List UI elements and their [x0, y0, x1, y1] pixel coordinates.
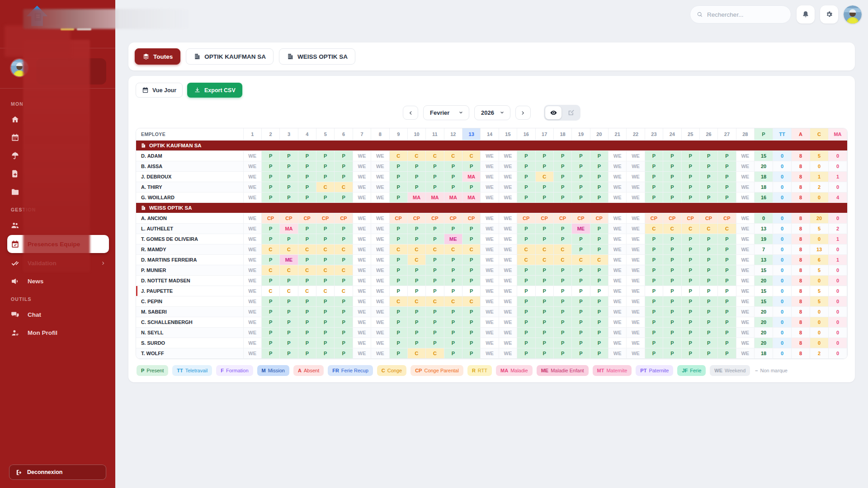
day-cell[interactable]: P [553, 223, 571, 234]
day-cell[interactable]: P [407, 338, 425, 348]
day-cell[interactable]: WE [609, 317, 627, 327]
day-cell[interactable]: P [553, 161, 571, 171]
day-cell[interactable]: P [389, 254, 407, 265]
day-cell[interactable]: P [316, 338, 335, 348]
day-cell[interactable]: C [535, 254, 553, 265]
day-cell[interactable]: P [572, 234, 590, 244]
day-cell[interactable]: WE [627, 192, 645, 202]
day-cell[interactable]: P [462, 275, 481, 286]
day-cell[interactable]: P [645, 275, 663, 286]
day-cell[interactable]: P [389, 223, 407, 234]
day-cell[interactable]: WE [371, 327, 389, 338]
day-cell[interactable]: P [718, 275, 736, 286]
day-cell[interactable]: P [407, 182, 425, 192]
day-cell[interactable]: P [699, 161, 717, 171]
day-cell[interactable]: P [590, 275, 608, 286]
day-cell[interactable]: WE [736, 265, 754, 275]
day-cell[interactable]: WE [736, 244, 754, 254]
day-cell[interactable]: WE [736, 192, 754, 202]
day-cell[interactable]: P [316, 150, 335, 161]
day-cell[interactable]: P [444, 286, 462, 296]
day-cell[interactable]: P [261, 182, 279, 192]
day-cell[interactable]: P [462, 338, 481, 348]
day-cell[interactable]: WE [609, 150, 627, 161]
day-cell[interactable]: WE [609, 296, 627, 306]
day-cell[interactable]: WE [243, 171, 261, 182]
day-cell[interactable]: C [261, 265, 279, 275]
day-cell[interactable]: CP [590, 213, 608, 223]
day-cell[interactable]: P [517, 348, 535, 358]
day-cell[interactable]: CP [316, 213, 335, 223]
day-cell[interactable]: WE [499, 254, 517, 265]
day-cell[interactable]: P [389, 275, 407, 286]
day-cell[interactable]: P [407, 275, 425, 286]
day-cell[interactable]: P [426, 182, 444, 192]
day-cell[interactable]: P [572, 171, 590, 182]
day-cell[interactable]: WE [353, 338, 371, 348]
day-cell[interactable]: WE [481, 244, 499, 254]
day-cell[interactable]: P [663, 317, 681, 327]
day-cell[interactable]: P [517, 182, 535, 192]
day-cell[interactable]: WE [481, 317, 499, 327]
day-cell[interactable]: P [645, 348, 663, 358]
day-cell[interactable]: C [335, 244, 353, 254]
export-csv-button[interactable]: Export CSV [187, 83, 242, 98]
day-cell[interactable]: P [444, 265, 462, 275]
day-cell[interactable]: C [316, 265, 335, 275]
day-cell[interactable]: WE [371, 275, 389, 286]
day-cell[interactable]: WE [499, 317, 517, 327]
day-cell[interactable]: WE [627, 171, 645, 182]
next-month-button[interactable] [515, 106, 531, 120]
day-cell[interactable]: P [389, 327, 407, 338]
day-cell[interactable]: P [699, 234, 717, 244]
logout-button[interactable]: Deconnexion [9, 465, 106, 480]
day-cell[interactable]: WE [627, 254, 645, 265]
day-cell[interactable]: P [553, 265, 571, 275]
day-cell[interactable]: P [645, 254, 663, 265]
day-cell[interactable]: P [663, 192, 681, 202]
day-cell[interactable]: P [645, 265, 663, 275]
day-cell[interactable]: P [645, 327, 663, 338]
day-cell[interactable]: P [718, 192, 736, 202]
day-cell[interactable]: WE [627, 150, 645, 161]
day-cell[interactable]: WE [627, 275, 645, 286]
day-cell[interactable]: P [572, 161, 590, 171]
day-cell[interactable]: P [645, 244, 663, 254]
day-cell[interactable]: WE [609, 182, 627, 192]
day-cell[interactable]: P [517, 192, 535, 202]
day-cell[interactable]: P [261, 296, 279, 306]
day-cell[interactable]: CP [444, 213, 462, 223]
day-cell[interactable]: P [298, 275, 316, 286]
day-cell[interactable]: C [407, 254, 425, 265]
day-cell[interactable]: WE [371, 317, 389, 327]
day-cell[interactable]: P [718, 286, 736, 296]
day-cell[interactable]: P [572, 306, 590, 317]
sidebar-item-news[interactable]: News [0, 272, 115, 290]
day-cell[interactable]: P [590, 338, 608, 348]
day-cell[interactable]: WE [499, 213, 517, 223]
day-cell[interactable]: P [261, 223, 279, 234]
search-input[interactable] [707, 11, 784, 18]
notifications-button[interactable] [797, 5, 815, 23]
day-cell[interactable]: MA [462, 192, 481, 202]
day-cell[interactable]: P [444, 161, 462, 171]
day-cell[interactable]: C [444, 150, 462, 161]
day-cell[interactable]: P [699, 275, 717, 286]
day-cell[interactable]: P [444, 306, 462, 317]
day-cell[interactable]: WE [736, 254, 754, 265]
day-cell[interactable]: P [681, 234, 699, 244]
day-cell[interactable]: P [681, 286, 699, 296]
day-cell[interactable]: C [517, 254, 535, 265]
day-cell[interactable]: CP [407, 213, 425, 223]
day-cell[interactable]: CP [718, 213, 736, 223]
day-cell[interactable]: P [462, 254, 481, 265]
day-cell[interactable]: P [663, 234, 681, 244]
day-cell[interactable]: WE [371, 348, 389, 358]
day-cell[interactable]: C [407, 150, 425, 161]
day-cell[interactable]: C [407, 348, 425, 358]
day-cell[interactable]: C [280, 265, 298, 275]
day-cell[interactable]: C [389, 244, 407, 254]
day-cell[interactable]: WE [353, 254, 371, 265]
day-cell[interactable]: ME [280, 254, 298, 265]
day-cell[interactable]: P [389, 161, 407, 171]
